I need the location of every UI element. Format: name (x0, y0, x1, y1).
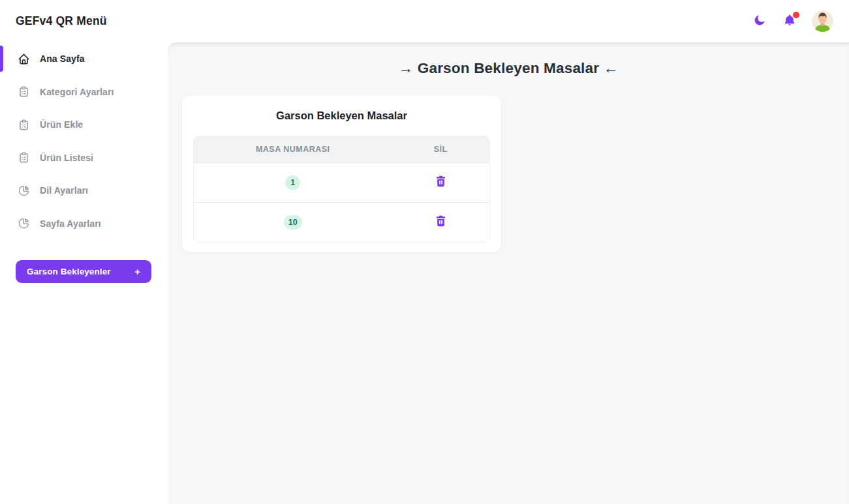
sidebar: Ana Sayfa Kategori Ayarları Ürün Ekle Ür… (0, 42, 168, 504)
plus-icon: + (134, 266, 140, 277)
sidebar-nav: Ana Sayfa Kategori Ayarları Ürün Ekle Ür… (0, 42, 168, 240)
waiting-tables-table: MASA NUMARASI SİL 1 (193, 136, 490, 243)
clipboard-icon (18, 119, 30, 131)
sidebar-item-label: Kategori Ayarları (40, 87, 114, 97)
trash-icon (435, 175, 446, 187)
pie-chart-icon (18, 217, 30, 230)
home-icon (18, 53, 30, 65)
sidebar-item-ana-sayfa[interactable]: Ana Sayfa (0, 42, 168, 76)
sidebar-item-label: Ürün Listesi (40, 153, 93, 163)
clipboard-icon (18, 85, 30, 98)
sidebar-item-sayfa-ayarlari[interactable]: Sayfa Ayarları (0, 207, 168, 241)
sidebar-item-label: Sayfa Ayarları (40, 218, 101, 229)
sidebar-item-urun-listesi[interactable]: Ürün Listesi (0, 141, 168, 175)
button-label: Garson Bekleyenler (27, 267, 111, 276)
sidebar-item-kategori-ayarlari[interactable]: Kategori Ayarları (0, 76, 168, 109)
delete-button[interactable] (435, 215, 446, 227)
table-number-badge: 1 (285, 175, 300, 190)
dark-mode-toggle[interactable] (752, 14, 767, 29)
notification-dot (793, 12, 799, 18)
waiting-tables-card: Garson Bekleyen Masalar MASA NUMARASI Sİ… (182, 96, 501, 252)
table-header-row: MASA NUMARASI SİL (194, 136, 489, 162)
avatar[interactable] (812, 10, 833, 32)
page-title: → Garson Bekleyen Masalar ← (168, 60, 849, 77)
sidebar-item-label: Dil Ayarları (40, 185, 88, 196)
column-header-sil: SİL (392, 145, 489, 154)
moon-icon (753, 14, 766, 29)
card-title: Garson Bekleyen Masalar (193, 110, 490, 122)
app-title: GEFv4 QR Menü (16, 14, 107, 28)
active-indicator (0, 46, 3, 72)
table-number-badge: 10 (284, 215, 302, 230)
main-content: → Garson Bekleyen Masalar ← Garson Bekle… (168, 42, 849, 504)
sidebar-item-label: Ürün Ekle (40, 119, 83, 130)
top-header: GEFv4 QR Menü (0, 0, 849, 42)
sidebar-item-urun-ekle[interactable]: Ürün Ekle (0, 108, 168, 141)
app-window: GEFv4 QR Menü (0, 0, 849, 504)
delete-button[interactable] (435, 175, 446, 187)
garson-bekleyenler-button[interactable]: Garson Bekleyenler + (16, 260, 151, 283)
trash-icon (435, 215, 446, 227)
header-actions (752, 10, 833, 32)
notifications-button[interactable] (782, 14, 797, 29)
column-header-masa-numarasi: MASA NUMARASI (194, 145, 392, 154)
pie-chart-icon (18, 185, 30, 197)
table-row: 10 (194, 202, 489, 242)
sidebar-item-dil-ayarlari[interactable]: Dil Ayarları (0, 174, 168, 207)
clipboard-icon (18, 151, 30, 164)
table-row: 1 (194, 162, 489, 202)
sidebar-item-label: Ana Sayfa (40, 53, 85, 64)
